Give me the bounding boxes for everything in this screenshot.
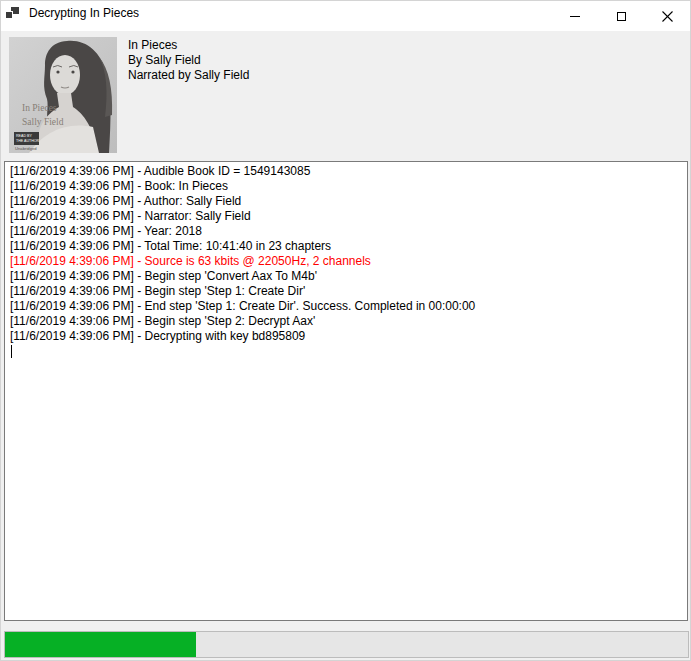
close-button[interactable]	[644, 1, 690, 31]
app-icon[interactable]	[6, 6, 19, 19]
minimize-icon	[570, 16, 580, 17]
log-line: [11/6/2019 4:39:06 PM] - Book: In Pieces	[10, 179, 683, 194]
log-line: [11/6/2019 4:39:06 PM] - Begin step 'Ste…	[10, 314, 683, 329]
log-line: [11/6/2019 4:39:06 PM] - Author: Sally F…	[10, 194, 683, 209]
book-narrator: Narrated by Sally Field	[128, 68, 249, 83]
log-line: [11/6/2019 4:39:06 PM] - Decrypting with…	[10, 329, 683, 344]
text-caret	[11, 345, 12, 358]
maximize-button[interactable]	[598, 1, 644, 31]
progress-fill	[5, 632, 196, 657]
cover-author-text: Sally Field	[22, 117, 64, 127]
cover-title-text: In Pieces	[22, 103, 57, 113]
cover-portrait-face	[50, 55, 80, 95]
cover-edition-text: Unabridged	[15, 146, 37, 151]
cover-badge-line1: READ BY	[16, 134, 32, 138]
log-line: [11/6/2019 4:39:06 PM] - Audible Book ID…	[10, 164, 683, 179]
progress-bar	[4, 631, 689, 658]
log-line: [11/6/2019 4:39:06 PM] - End step 'Step …	[10, 299, 683, 314]
cover-badge-line2: THE AUTHOR	[16, 139, 40, 143]
log-line: [11/6/2019 4:39:06 PM] - Source is 63 kb…	[10, 254, 683, 269]
log-line: [11/6/2019 4:39:06 PM] - Total Time: 10:…	[10, 239, 683, 254]
title-bar[interactable]: Decrypting In Pieces	[1, 1, 690, 31]
window-title: Decrypting In Pieces	[29, 6, 139, 20]
book-author: By Sally Field	[128, 53, 249, 68]
log-line: [11/6/2019 4:39:06 PM] - Begin step 'Ste…	[10, 284, 683, 299]
book-cover-image: In Pieces Sally Field READ BY THE AUTHOR…	[9, 37, 117, 153]
log-textbox[interactable]: [11/6/2019 4:39:06 PM] - Audible Book ID…	[4, 161, 688, 621]
log-line: [11/6/2019 4:39:06 PM] - Year: 2018	[10, 224, 683, 239]
book-info: In Pieces By Sally Field Narrated by Sal…	[128, 38, 249, 83]
close-icon	[662, 11, 673, 22]
app-window: Decrypting In Pieces	[0, 0, 691, 661]
log-line: [11/6/2019 4:39:06 PM] - Begin step 'Con…	[10, 269, 683, 284]
maximize-icon	[617, 12, 626, 21]
log-line: [11/6/2019 4:39:06 PM] - Narrator: Sally…	[10, 209, 683, 224]
minimize-button[interactable]	[552, 1, 598, 31]
caption-buttons	[552, 1, 690, 31]
book-title: In Pieces	[128, 38, 249, 53]
